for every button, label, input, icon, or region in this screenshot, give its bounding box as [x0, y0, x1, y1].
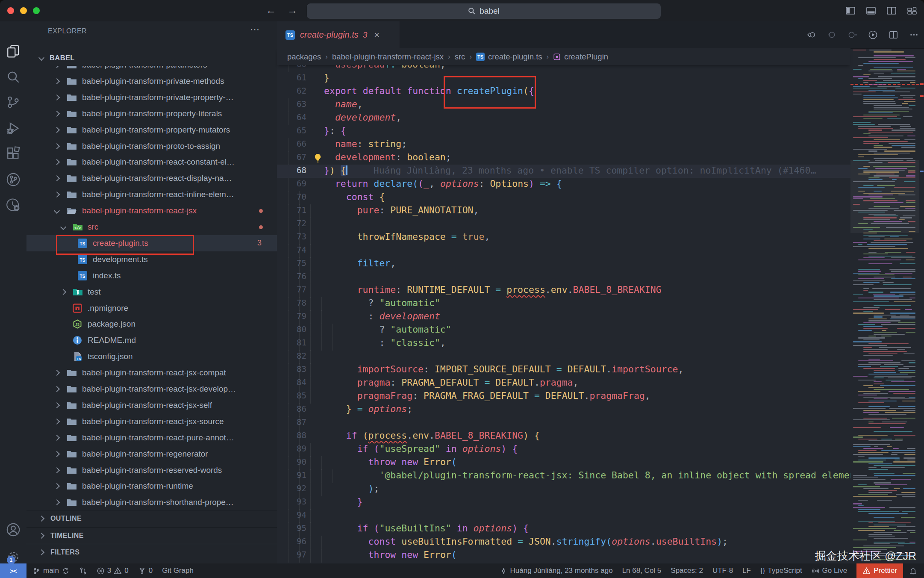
tree-item[interactable]: babel-plugin-transform-react-display-na…: [26, 170, 277, 186]
history-forward-icon[interactable]: →: [287, 4, 297, 16]
code-line[interactable]: 72: [277, 218, 850, 231]
customize-layout-icon[interactable]: [907, 6, 917, 16]
ports-indicator[interactable]: 0: [138, 566, 153, 575]
code-line[interactable]: 86 } = options;: [277, 403, 850, 416]
search-sidebar-icon[interactable]: [6, 70, 21, 84]
tab-create-plugin[interactable]: TS create-plugin.ts 3 ×: [277, 21, 400, 49]
explorer-icon[interactable]: [6, 44, 21, 59]
code-line[interactable]: 85 pragmaFrag: PRAGMA_FRAG_DEFAULT = DEF…: [277, 390, 850, 403]
breadcrumb-item[interactable]: babel-plugin-transform-react-jsx: [332, 52, 444, 62]
tree-item[interactable]: .npmignore: [26, 300, 277, 316]
workspace-section-header[interactable]: BABEL: [26, 50, 277, 66]
minimize-window-button[interactable]: [20, 7, 27, 14]
code-line[interactable]: 95 if ("useBuiltIns" in options) {: [277, 522, 850, 536]
tree-item[interactable]: babel-plugin-transform-private-property-…: [26, 89, 277, 106]
toggle-panel-icon[interactable]: [866, 6, 876, 16]
code-line[interactable]: 78 ? "automatic": [277, 297, 850, 310]
tree-item[interactable]: README.md: [26, 332, 277, 348]
remote-indicator[interactable]: ><: [0, 563, 26, 578]
tree-item[interactable]: babel-plugin-transform-react-inline-elem…: [26, 186, 277, 203]
code-line[interactable]: 75 filter,: [277, 257, 850, 271]
git-graph-button[interactable]: Git Graph: [162, 566, 194, 575]
code-line[interactable]: 69 return declare((_, options: Options) …: [277, 178, 850, 191]
tree-item[interactable]: babel-plugin-transform-proto-to-assign: [26, 138, 277, 154]
tree-item[interactable]: babel-plugin-transform-parameters: [26, 66, 277, 73]
zoom-window-button[interactable]: [33, 7, 40, 14]
breadcrumb-item[interactable]: src: [455, 52, 465, 62]
branch-indicator[interactable]: main: [32, 566, 70, 575]
tree-item[interactable]: babel-plugin-transform-react-jsx-develop…: [26, 381, 277, 397]
code-line[interactable]: 77 runtime: RUNTIME_DEFAULT = process.en…: [277, 284, 850, 297]
minimap[interactable]: [850, 48, 919, 563]
tree-item[interactable]: </>src: [26, 219, 277, 235]
go-live-button[interactable]: Go Live: [812, 566, 847, 575]
code-line[interactable]: 70 const {: [277, 191, 850, 204]
git-history-sidebar-icon[interactable]: [6, 198, 21, 212]
code-line[interactable]: 74: [277, 244, 850, 257]
code-line[interactable]: 80 ? "automatic": [277, 324, 850, 337]
code-line[interactable]: 89 if ("useSpread" in options) {: [277, 443, 850, 456]
code-editor[interactable]: 60 useSpread?: boolean;61}62export defau…: [277, 65, 850, 563]
breadcrumb-item[interactable]: create-plugin.ts: [488, 52, 542, 62]
prettier-status[interactable]: Prettier: [856, 563, 903, 578]
sidebar-section-timeline[interactable]: TIMELINE: [26, 527, 277, 544]
code-line[interactable]: 63 name,: [277, 98, 850, 112]
tree-item[interactable]: babel-plugin-transform-reserved-words: [26, 462, 277, 478]
code-line[interactable]: 67 development: boolean;: [277, 151, 850, 165]
code-line[interactable]: 65}: {: [277, 125, 850, 138]
code-line[interactable]: 94: [277, 509, 850, 522]
tree-item[interactable]: TSindex.ts: [26, 268, 277, 284]
code-line[interactable]: 64 development,: [277, 112, 850, 125]
command-center-search[interactable]: babel: [306, 3, 661, 19]
tree-item[interactable]: babel-plugin-transform-react-jsx-compat: [26, 365, 277, 381]
code-line[interactable]: 87: [277, 416, 850, 430]
previous-change-icon[interactable]: [827, 30, 837, 40]
account-icon[interactable]: [6, 522, 21, 537]
tree-item[interactable]: babel-plugin-transform-react-jsx: [26, 203, 277, 219]
code-line[interactable]: 68}) {Huáng Jùnliàng, 23 months ago • en…: [277, 165, 850, 178]
more-actions-icon[interactable]: [909, 30, 919, 40]
code-line[interactable]: 83 importSource: IMPORT_SOURCE_DEFAULT =…: [277, 363, 850, 377]
git-compare-indicator[interactable]: [79, 567, 87, 575]
lightbulb-icon[interactable]: [313, 153, 323, 163]
code-line[interactable]: 84 pragma: PRAGMA_DEFAULT = DEFAULT.prag…: [277, 377, 850, 390]
code-line[interactable]: 71 pure: PURE_ANNOTATION,: [277, 204, 850, 218]
blame-indicator[interactable]: Huáng Jùnliàng, 23 months ago: [500, 566, 613, 575]
code-line[interactable]: 73 throwIfNamespace = true,: [277, 231, 850, 244]
split-editor-layout-icon[interactable]: [886, 6, 897, 16]
cursor-position[interactable]: Ln 68, Col 5: [622, 566, 662, 575]
code-line[interactable]: 88 if (process.env.BABEL_8_BREAKING) {: [277, 430, 850, 443]
code-line[interactable]: 76: [277, 271, 850, 284]
tree-item[interactable]: babel-plugin-transform-runtime: [26, 478, 277, 494]
run-debug-icon[interactable]: [6, 121, 21, 136]
indentation-indicator[interactable]: Spaces: 2: [671, 566, 703, 575]
tree-item[interactable]: babel-plugin-transform-react-constant-el…: [26, 154, 277, 170]
next-change-icon[interactable]: [847, 30, 857, 40]
git-graph-sidebar-icon[interactable]: [6, 172, 21, 187]
code-line[interactable]: 96 const useBuiltInsFormatted = JSON.str…: [277, 536, 850, 549]
split-editor-icon[interactable]: [889, 30, 898, 40]
run-code-icon[interactable]: [868, 30, 878, 40]
tree-item[interactable]: babel-plugin-transform-regenerator: [26, 446, 277, 462]
tree-item[interactable]: babel-plugin-transform-react-pure-annot…: [26, 430, 277, 446]
eol-indicator[interactable]: LF: [742, 566, 751, 575]
close-window-button[interactable]: [7, 7, 14, 14]
tree-item[interactable]: babel-plugin-transform-property-literals: [26, 106, 277, 122]
open-changes-icon[interactable]: [806, 30, 816, 40]
breadcrumb-item[interactable]: packages: [287, 52, 321, 62]
code-line[interactable]: 90 throw new Error(: [277, 456, 850, 469]
notifications-bell-icon[interactable]: [909, 567, 917, 575]
code-line[interactable]: 62export default function createPlugin({: [277, 85, 850, 98]
breadcrumb-item[interactable]: createPlugin: [564, 52, 608, 62]
code-line[interactable]: 91 '@babel/plugin-transform-react-jsx: S…: [277, 469, 850, 483]
code-line[interactable]: 93 }: [277, 496, 850, 509]
code-line[interactable]: 81 : "classic",: [277, 337, 850, 350]
tree-item[interactable]: babel-plugin-transform-shorthand-prope…: [26, 494, 277, 510]
tree-item[interactable]: TStsconfig.json: [26, 348, 277, 365]
tree-item[interactable]: babel-plugin-transform-property-mutators: [26, 122, 277, 138]
code-line[interactable]: 82: [277, 350, 850, 363]
encoding-indicator[interactable]: UTF-8: [712, 566, 733, 575]
tree-item[interactable]: JSpackage.json: [26, 316, 277, 332]
explorer-more-actions-icon[interactable]: ⋯: [250, 24, 260, 35]
tree-item[interactable]: babel-plugin-transform-private-methods: [26, 73, 277, 89]
